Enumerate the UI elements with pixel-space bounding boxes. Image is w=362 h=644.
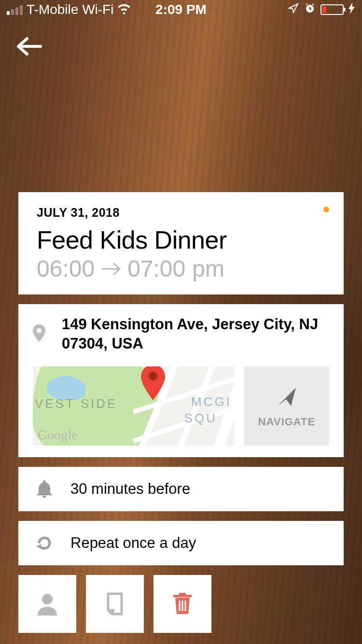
location-card: 149 Kensington Ave, Jersey City, NJ 0730… [18,304,344,457]
repeat-row[interactable]: Repeat once a day [18,521,344,565]
event-address[interactable]: 149 Kensington Ave, Jersey City, NJ 0730… [62,315,329,354]
action-bar [18,575,344,633]
map-attribution: Google [38,427,77,443]
note-icon [106,592,124,616]
charging-icon [348,2,355,17]
event-card[interactable]: JULY 31, 2018 Feed Kids Dinner 06:00 07:… [18,192,344,294]
map-preview[interactable]: VEST SIDE MCGI SQU Google [33,366,235,446]
svg-point-2 [42,594,53,604]
reminder-text: 30 minutes before [70,480,190,498]
svg-point-1 [149,372,157,380]
cell-signal-icon [7,4,23,15]
battery-icon [320,4,344,15]
event-meridiem: pm [192,255,224,282]
map-area-label: SQU [184,411,217,426]
repeat-text: Repeat once a day [70,534,196,552]
arrow-left-icon [14,35,43,58]
repeat-icon [35,534,54,552]
delete-button[interactable] [153,575,211,633]
event-date: JULY 31, 2018 [37,206,325,220]
event-end-time: 07:00 [127,255,185,282]
location-pin-icon [33,324,45,344]
back-button[interactable] [14,35,43,60]
arrow-right-icon [101,262,121,276]
navigate-label: NAVIGATE [258,416,315,428]
event-time: 06:00 07:00 pm [37,255,325,282]
location-services-icon [288,2,299,17]
person-icon [37,592,58,616]
navigate-button[interactable]: NAVIGATE [244,366,329,446]
bell-icon [35,480,54,498]
note-button[interactable] [86,575,144,633]
status-time: 2:09 PM [155,2,207,17]
event-title: Feed Kids Dinner [37,225,325,254]
assign-person-button[interactable] [18,575,76,633]
alarm-icon [304,2,316,17]
map-area-label: MCGI [191,394,232,409]
wifi-icon [117,2,131,17]
navigate-arrow-icon [274,384,300,410]
calendar-color-dot [323,207,329,212]
map-area-label: VEST SIDE [35,396,117,411]
reminder-row[interactable]: 30 minutes before [18,467,344,511]
map-pin-icon [141,366,165,402]
event-start-time: 06:00 [37,255,95,282]
carrier-label: T-Mobile Wi-Fi [27,2,113,17]
trash-icon [173,593,192,615]
status-bar: T-Mobile Wi-Fi 2:09 PM [0,0,362,19]
